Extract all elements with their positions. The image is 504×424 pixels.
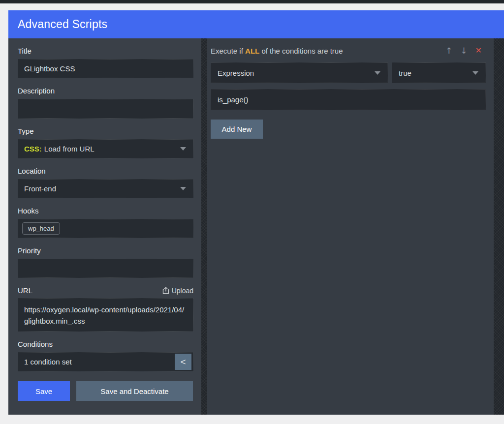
condition-row: Expression true [211,62,486,83]
type-label: Type [18,127,193,135]
conditions-collapse-button[interactable]: < [175,354,191,370]
chevron-down-icon [472,71,478,75]
type-dropdown[interactable]: CSS:Load from URL [18,139,193,158]
condition-type-dropdown[interactable]: Expression [211,62,388,83]
modal-header: Advanced Scripts [8,10,504,38]
chevron-down-icon [375,71,380,75]
location-dropdown[interactable]: Front-end [18,179,193,198]
chevron-down-icon [180,147,186,151]
move-up-button[interactable]: ↑ [445,47,452,55]
arrow-up-icon: ↑ [445,46,452,56]
condition-type-value: Expression [218,69,375,77]
top-bar [0,0,504,3]
condition-set-title: Execute if ALL of the conditions are tru… [211,47,445,55]
priority-input[interactable] [18,259,193,278]
script-form-panel: Title GLightbox CSS Description Type CSS… [8,38,201,415]
condition-operator: ALL [245,47,259,55]
chevron-left-icon: < [180,357,186,367]
url-label: URL [18,286,32,295]
conditions-value: 1 condition set [24,358,72,366]
close-icon: ✕ [475,46,482,55]
save-button[interactable]: Save [18,381,70,401]
description-input[interactable] [18,99,193,119]
url-label-row: URL Upload [18,286,193,295]
add-new-condition-button[interactable]: Add New [211,120,263,139]
delete-condition-set-button[interactable]: ✕ [475,47,482,55]
move-down-button[interactable]: ↓ [460,47,467,55]
save-and-deactivate-button[interactable]: Save and Deactivate [76,381,193,401]
arrow-down-icon: ↓ [460,46,467,56]
chevron-down-icon [180,187,186,190]
type-value-prefix: CSS: [24,145,42,153]
description-label: Description [18,87,193,95]
condition-state-dropdown[interactable]: true [392,62,486,83]
title-label: Title [18,47,193,55]
advanced-scripts-modal: Advanced Scripts Title GLightbox CSS Des… [8,10,504,415]
hooks-input[interactable]: wp_head [18,219,193,238]
conditions-field[interactable]: 1 condition set < [18,352,193,371]
url-input[interactable]: https://oxygen.local/wp-content/uploads/… [18,298,193,332]
conditions-label: Conditions [18,340,193,348]
form-actions: Save Save and Deactivate [18,381,193,401]
priority-label: Priority [18,246,193,255]
page-title: Advanced Scripts [18,18,107,31]
upload-label: Upload [172,287,193,295]
expression-input[interactable]: is_page() [211,89,486,110]
location-value: Front-end [24,184,180,193]
condition-set-actions: ↑ ↓ ✕ [445,47,486,55]
modal-body: Title GLightbox CSS Description Type CSS… [8,38,504,415]
hooks-label: Hooks [18,207,193,215]
condition-set-card: Execute if ALL of the conditions are tru… [207,38,494,415]
title-input[interactable]: GLightbox CSS [18,59,193,78]
type-value: Load from URL [44,145,94,153]
upload-button[interactable]: Upload [162,287,193,295]
condition-set-header: Execute if ALL of the conditions are tru… [211,44,486,57]
hook-tag[interactable]: wp_head [22,222,60,235]
location-label: Location [18,167,193,175]
condition-state-value: true [399,69,472,77]
upload-icon [162,287,169,294]
